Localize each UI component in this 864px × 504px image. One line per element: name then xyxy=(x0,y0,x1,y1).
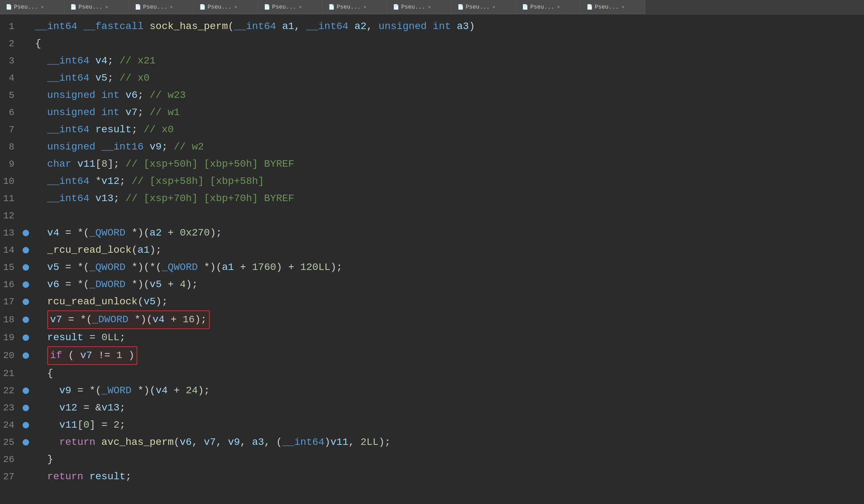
code-line-10: 10 __int64 *v12; // [xsp+58h] [xbp+58h] xyxy=(0,173,864,190)
code-content-20: if ( v7 != 1 ) xyxy=(32,346,864,365)
tab-1[interactable]: 📄Pseu...✕ xyxy=(0,0,65,14)
tab-10[interactable]: 📄Pseu...✕ xyxy=(581,0,645,14)
code-content-24: v11[0] = 2; xyxy=(32,417,864,434)
line-number-27: 27 xyxy=(0,468,22,485)
line-number-10: 10 xyxy=(0,173,22,190)
code-line-23: 23 v12 = &v13; xyxy=(0,399,864,417)
code-content-3: __int64 v4; // x21 xyxy=(32,52,864,70)
tab-5[interactable]: 📄Pseu...✕ xyxy=(258,0,323,14)
line-number-2: 2 xyxy=(0,35,22,52)
code-line-9: 9 char v11[8]; // [xsp+50h] [xbp+50h] BY… xyxy=(0,156,864,173)
code-content-5: unsigned int v6; // w23 xyxy=(32,87,864,104)
line-number-13: 13 xyxy=(0,224,22,242)
line-number-11: 11 xyxy=(0,190,22,207)
code-content-22: v9 = *(_WORD *)(v4 + 24); xyxy=(32,382,864,399)
line-number-15: 15 xyxy=(0,259,22,276)
dot-16 xyxy=(22,281,32,288)
code-line-11: 11 __int64 v13; // [xsp+70h] [xbp+70h] B… xyxy=(0,190,864,207)
code-content-1: __int64 __fastcall sock_has_perm(__int64… xyxy=(32,18,864,35)
code-content-12 xyxy=(32,207,864,224)
code-line-27: 27 return result; xyxy=(0,468,864,485)
line-number-21: 21 xyxy=(0,365,22,382)
code-content-25: return avc_has_perm(v6, v7, v9, a3, (__i… xyxy=(32,434,864,451)
code-line-16: 16 v6 = *(_DWORD *)(v5 + 4); xyxy=(0,276,864,293)
dot-23 xyxy=(22,405,32,411)
code-content-9: char v11[8]; // [xsp+50h] [xbp+50h] BYRE… xyxy=(32,156,864,173)
code-line-5: 5 unsigned int v6; // w23 xyxy=(0,87,864,104)
line-number-14: 14 xyxy=(0,242,22,259)
code-line-14: 14 _rcu_read_lock(a1); xyxy=(0,242,864,259)
code-line-3: 3 __int64 v4; // x21 xyxy=(0,52,864,70)
code-line-21: 21 { xyxy=(0,365,864,382)
code-content-18: v7 = *(_DWORD *)(v4 + 16); xyxy=(32,310,864,329)
dot-15 xyxy=(22,264,32,271)
code-line-26: 26 } xyxy=(0,451,864,468)
code-content-27: return result; xyxy=(32,468,864,485)
code-content-23: v12 = &v13; xyxy=(32,399,864,417)
line-number-19: 19 xyxy=(0,329,22,346)
code-line-1: 1 __int64 __fastcall sock_has_perm(__int… xyxy=(0,18,864,35)
dot-24 xyxy=(22,422,32,428)
line-number-17: 17 xyxy=(0,293,22,310)
code-content-14: _rcu_read_lock(a1); xyxy=(32,242,864,259)
code-line-25: 25 return avc_has_perm(v6, v7, v9, a3, (… xyxy=(0,434,864,451)
code-content-21: { xyxy=(32,365,864,382)
line-number-23: 23 xyxy=(0,399,22,417)
line-number-24: 24 xyxy=(0,417,22,434)
dot-25 xyxy=(22,439,32,446)
line-number-20: 20 xyxy=(0,347,22,364)
tab-3[interactable]: 📄Pseu...✕ xyxy=(129,0,194,14)
code-line-12: 12 xyxy=(0,207,864,224)
line-number-9: 9 xyxy=(0,156,22,173)
dot-14 xyxy=(22,247,32,253)
line-number-6: 6 xyxy=(0,104,22,121)
line-number-8: 8 xyxy=(0,138,22,156)
tab-9[interactable]: 📄Pseu...✕ xyxy=(516,0,581,14)
code-line-20: 20 if ( v7 != 1 ) xyxy=(0,346,864,365)
code-container: 1 __int64 __fastcall sock_has_perm(__int… xyxy=(0,14,864,504)
code-content-13: v4 = *(_QWORD *)(a2 + 0x270); xyxy=(32,224,864,242)
tab-8[interactable]: 📄Pseu...✕ xyxy=(452,0,516,14)
line-number-3: 3 xyxy=(0,52,22,70)
code-line-2: 2 { xyxy=(0,35,864,52)
code-line-24: 24 v11[0] = 2; xyxy=(0,417,864,434)
code-content-10: __int64 *v12; // [xsp+58h] [xbp+58h] xyxy=(32,173,864,190)
tab-bar: 📄Pseu...✕ 📄Pseu...✕ 📄Pseu...✕ 📄Pseu...✕ … xyxy=(0,0,864,14)
code-content-7: __int64 result; // x0 xyxy=(32,121,864,138)
line-number-12: 12 xyxy=(0,207,22,224)
code-content-4: __int64 v5; // x0 xyxy=(32,70,864,87)
tab-6[interactable]: 📄Pseu...✕ xyxy=(323,0,387,14)
code-line-15: 15 v5 = *(_QWORD *)(*(_QWORD *)(a1 + 176… xyxy=(0,259,864,276)
code-content-8: unsigned __int16 v9; // w2 xyxy=(32,138,864,156)
line-number-18: 18 xyxy=(0,311,22,328)
dot-18 xyxy=(22,317,32,323)
code-line-13: 13 v4 = *(_QWORD *)(a2 + 0x270); xyxy=(0,224,864,242)
code-line-4: 4 __int64 v5; // x0 xyxy=(0,70,864,87)
code-line-7: 7 __int64 result; // x0 xyxy=(0,121,864,138)
line-number-22: 22 xyxy=(0,382,22,399)
line-number-4: 4 xyxy=(0,70,22,87)
tab-2[interactable]: 📄Pseu...✕ xyxy=(65,0,129,14)
tab-7[interactable]: 📄Pseu...✕ xyxy=(387,0,452,14)
code-line-17: 17 rcu_read_unlock(v5); xyxy=(0,293,864,310)
dot-13 xyxy=(22,230,32,236)
code-content-19: result = 0LL; xyxy=(32,329,864,346)
code-content-16: v6 = *(_DWORD *)(v5 + 4); xyxy=(32,276,864,293)
code-line-8: 8 unsigned __int16 v9; // w2 xyxy=(0,138,864,156)
code-content-26: } xyxy=(32,451,864,468)
code-line-22: 22 v9 = *(_WORD *)(v4 + 24); xyxy=(0,382,864,399)
line-number-25: 25 xyxy=(0,434,22,451)
code-line-6: 6 unsigned int v7; // w1 xyxy=(0,104,864,121)
line-number-5: 5 xyxy=(0,87,22,104)
line-number-16: 16 xyxy=(0,276,22,293)
code-content-2: { xyxy=(32,35,864,52)
code-content-6: unsigned int v7; // w1 xyxy=(32,104,864,121)
code-content-11: __int64 v13; // [xsp+70h] [xbp+70h] BYRE… xyxy=(32,190,864,207)
line-number-1: 1 xyxy=(0,18,22,35)
code-content-17: rcu_read_unlock(v5); xyxy=(32,293,864,310)
code-content-15: v5 = *(_QWORD *)(*(_QWORD *)(a1 + 1760) … xyxy=(32,259,864,276)
code-line-18: 18 v7 = *(_DWORD *)(v4 + 16); xyxy=(0,310,864,329)
dot-19 xyxy=(22,334,32,341)
tab-4[interactable]: 📄Pseu...✕ xyxy=(194,0,258,14)
code-line-19: 19 result = 0LL; xyxy=(0,329,864,346)
